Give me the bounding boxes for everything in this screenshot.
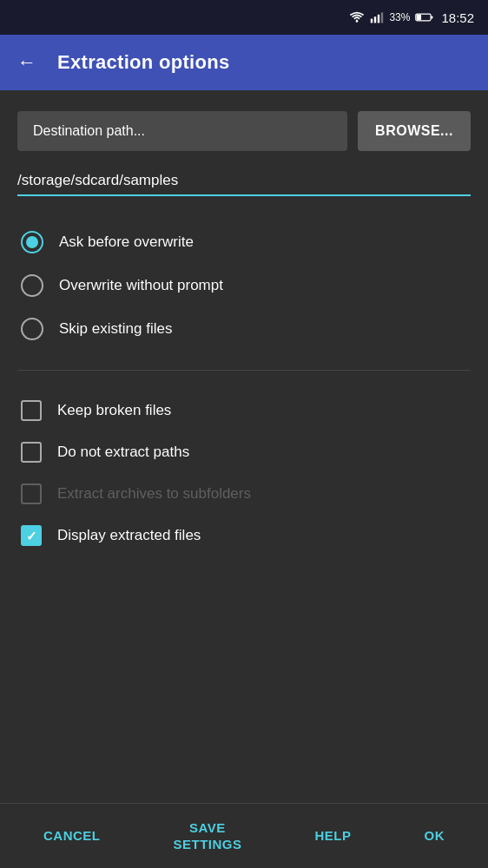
back-icon: ← bbox=[17, 51, 36, 74]
destination-path-button[interactable]: Destination path... bbox=[17, 111, 347, 151]
radio-ask-label: Ask before overwrite bbox=[59, 233, 194, 251]
checkbox-extract-subfolders-label: Extract archives to subfolders bbox=[57, 485, 251, 503]
radio-overwrite-without-prompt[interactable]: Overwrite without prompt bbox=[17, 264, 471, 307]
toolbar: ← Extraction options bbox=[0, 35, 488, 90]
svg-rect-1 bbox=[371, 19, 373, 23]
main-content: Destination path... BROWSE... Ask before… bbox=[0, 90, 488, 577]
checkbox-no-extract-paths-indicator bbox=[21, 442, 42, 463]
destination-row: Destination path... BROWSE... bbox=[17, 111, 471, 151]
checkbox-keep-broken-indicator bbox=[21, 400, 42, 421]
radio-overwrite-label: Overwrite without prompt bbox=[59, 277, 223, 294]
battery-text: 33% bbox=[389, 11, 410, 23]
svg-rect-6 bbox=[432, 16, 433, 18]
signal-icon bbox=[370, 11, 384, 23]
radio-skip-existing[interactable]: Skip existing files bbox=[17, 307, 471, 351]
checkbox-keep-broken-label: Keep broken files bbox=[57, 402, 171, 419]
divider bbox=[17, 370, 471, 371]
page-title: Extraction options bbox=[57, 51, 230, 74]
status-icons: 33% bbox=[349, 11, 434, 23]
ok-button[interactable]: OK bbox=[410, 819, 458, 853]
browse-button[interactable]: BROWSE... bbox=[358, 111, 471, 151]
path-input[interactable] bbox=[17, 167, 471, 196]
svg-rect-3 bbox=[378, 15, 379, 23]
radio-ask-before-overwrite[interactable]: Ask before overwrite bbox=[17, 220, 471, 264]
svg-rect-4 bbox=[381, 12, 383, 23]
radio-group: Ask before overwrite Overwrite without p… bbox=[17, 220, 471, 351]
help-button[interactable]: HELP bbox=[300, 819, 365, 853]
svg-rect-2 bbox=[374, 16, 376, 23]
clock: 18:52 bbox=[441, 10, 474, 25]
checkbox-keep-broken[interactable]: Keep broken files bbox=[17, 390, 471, 431]
checkbox-group: Keep broken files Do not extract paths E… bbox=[17, 390, 471, 556]
radio-overwrite-indicator bbox=[21, 274, 43, 297]
checkbox-extract-subfolders: Extract archives to subfolders bbox=[17, 473, 471, 515]
radio-skip-label: Skip existing files bbox=[59, 320, 172, 338]
checkbox-no-extract-paths-label: Do not extract paths bbox=[57, 444, 189, 461]
checkbox-display-extracted-label: Display extracted files bbox=[57, 527, 201, 544]
save-settings-line1: SAVE bbox=[189, 820, 226, 835]
save-settings-line2: SETTINGS bbox=[173, 837, 241, 852]
checkbox-no-extract-paths[interactable]: Do not extract paths bbox=[17, 431, 471, 473]
radio-ask-indicator bbox=[21, 231, 43, 253]
radio-skip-indicator bbox=[21, 318, 43, 340]
action-bar: CANCEL SAVE SETTINGS HELP OK bbox=[0, 803, 488, 868]
svg-rect-7 bbox=[417, 15, 422, 20]
checkbox-display-extracted-indicator bbox=[21, 525, 42, 546]
svg-point-0 bbox=[356, 20, 359, 23]
cancel-button[interactable]: CANCEL bbox=[30, 819, 115, 853]
checkbox-display-extracted[interactable]: Display extracted files bbox=[17, 515, 471, 556]
battery-icon bbox=[415, 12, 434, 23]
save-settings-button[interactable]: SAVE SETTINGS bbox=[159, 811, 255, 862]
wifi-icon bbox=[349, 11, 365, 23]
status-bar: 33% 18:52 bbox=[0, 0, 488, 35]
checkbox-extract-subfolders-indicator bbox=[21, 483, 42, 504]
back-button[interactable]: ← bbox=[14, 48, 40, 77]
